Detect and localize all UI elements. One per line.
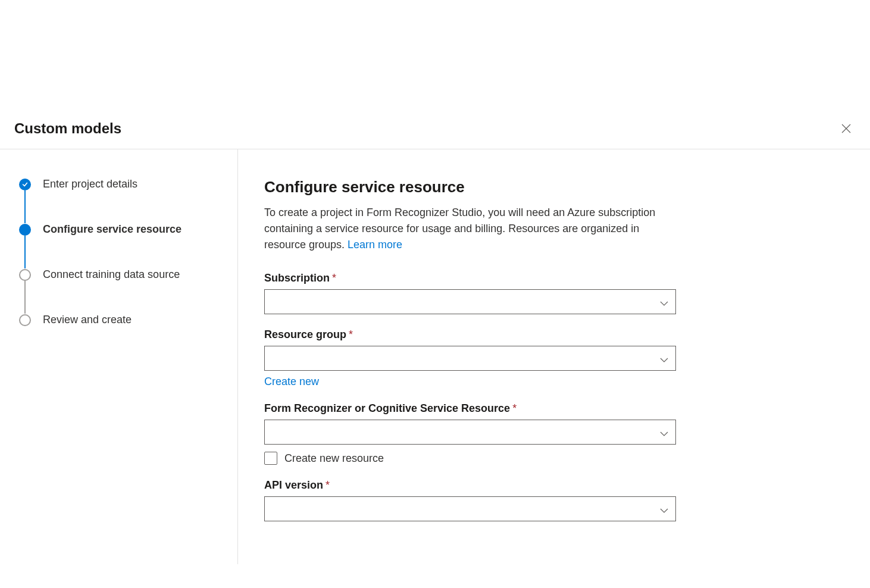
- learn-more-link[interactable]: Learn more: [348, 239, 402, 251]
- step-enter-project-details[interactable]: Enter project details: [19, 178, 218, 190]
- step-upcoming-icon: [19, 269, 31, 281]
- service-resource-field-group: Form Recognizer or Cognitive Service Res…: [264, 402, 676, 465]
- step-configure-service-resource[interactable]: Configure service resource: [19, 223, 218, 236]
- subscription-dropdown[interactable]: [264, 289, 676, 314]
- label-text: Form Recognizer or Cognitive Service Res…: [264, 402, 510, 414]
- step-review-and-create[interactable]: Review and create: [19, 314, 218, 326]
- subscription-field-group: Subscription*: [264, 272, 676, 314]
- required-asterisk: *: [512, 402, 517, 414]
- step-list: Enter project details Configure service …: [19, 178, 218, 326]
- step-label: Review and create: [43, 314, 132, 326]
- resource-group-label: Resource group*: [264, 329, 676, 341]
- label-text: Subscription: [264, 272, 330, 284]
- step-connect-training-data[interactable]: Connect training data source: [19, 268, 218, 281]
- section-title: Configure service resource: [264, 178, 676, 196]
- label-text: Resource group: [264, 329, 346, 340]
- create-new-resource-row: Create new resource: [264, 452, 676, 465]
- step-completed-icon: [19, 179, 31, 190]
- required-asterisk: *: [349, 329, 353, 340]
- chevron-down-icon: [660, 298, 668, 306]
- chevron-down-icon: [660, 354, 668, 362]
- section-description: To create a project in Form Recognizer S…: [264, 205, 676, 253]
- chevron-down-icon: [660, 505, 668, 513]
- resource-group-dropdown[interactable]: [264, 346, 676, 371]
- service-resource-dropdown[interactable]: [264, 420, 676, 445]
- step-connector: [24, 190, 26, 223]
- service-resource-label: Form Recognizer or Cognitive Service Res…: [264, 402, 676, 415]
- description-text: To create a project in Form Recognizer S…: [264, 207, 655, 251]
- wizard-sidebar: Enter project details Configure service …: [0, 149, 238, 564]
- step-connector: [24, 281, 26, 314]
- step-current-icon: [19, 224, 31, 236]
- create-new-resource-checkbox[interactable]: [264, 452, 277, 465]
- create-new-resource-checkbox-label[interactable]: Create new resource: [284, 452, 384, 465]
- dialog-title: Custom models: [14, 120, 121, 137]
- main-form-panel: Configure service resource To create a p…: [238, 149, 702, 564]
- required-asterisk: *: [332, 272, 336, 284]
- step-connector: [24, 236, 26, 268]
- api-version-field-group: API version*: [264, 479, 676, 521]
- api-version-label: API version*: [264, 479, 676, 492]
- create-new-resource-group-link[interactable]: Create new: [264, 376, 319, 388]
- required-asterisk: *: [326, 479, 330, 491]
- label-text: API version: [264, 479, 323, 491]
- step-label: Configure service resource: [43, 223, 181, 236]
- step-label: Connect training data source: [43, 268, 180, 281]
- chevron-down-icon: [660, 428, 668, 436]
- close-button[interactable]: [837, 119, 856, 138]
- step-label: Enter project details: [43, 178, 137, 190]
- api-version-dropdown[interactable]: [264, 496, 676, 521]
- close-icon: [841, 124, 851, 133]
- resource-group-field-group: Resource group* Create new: [264, 329, 676, 388]
- dialog-header: Custom models: [0, 119, 870, 149]
- step-upcoming-icon: [19, 314, 31, 326]
- subscription-label: Subscription*: [264, 272, 676, 284]
- content-area: Enter project details Configure service …: [0, 149, 870, 564]
